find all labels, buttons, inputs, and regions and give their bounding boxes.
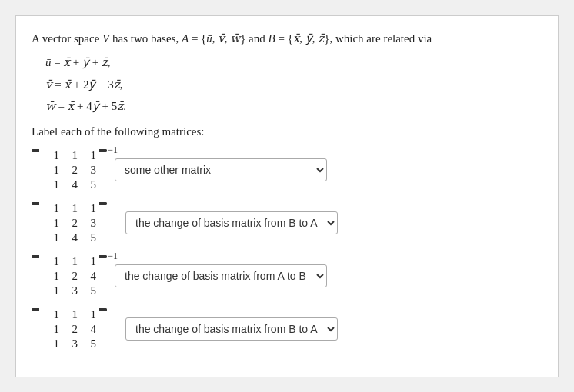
dropdown-2[interactable]: some other matrix the change of basis ma… xyxy=(125,211,338,234)
matrix-2: 111 123 145 xyxy=(32,202,107,244)
label-instruction: Label each of the following matrices: xyxy=(32,125,542,138)
matrix-cells-2: 111 123 145 xyxy=(42,202,96,244)
matrix-cells-4: 111 124 135 xyxy=(42,308,96,350)
matrix-superscript-3: −1 xyxy=(108,251,118,262)
matrix-wrapper-1: 111 123 145 −1 xyxy=(32,149,107,191)
matrix-wrapper-2: 111 123 145 xyxy=(32,202,107,244)
dropdown-3[interactable]: some other matrix the change of basis ma… xyxy=(115,264,327,287)
B-set: B xyxy=(269,32,275,45)
dropdown-1[interactable]: some other matrix the change of basis ma… xyxy=(115,158,327,181)
right-paren-3 xyxy=(99,255,107,258)
right-paren-2 xyxy=(99,202,107,205)
matrix-3: 111 124 135 xyxy=(32,255,107,297)
left-paren-4 xyxy=(32,308,39,311)
equations-block: ū = x̄ + ȳ + z̄, v̄ = x̄ + 2ȳ + 3z̄, w̄ … xyxy=(45,51,542,118)
dropdown-4[interactable]: some other matrix the change of basis ma… xyxy=(125,317,338,341)
left-paren-2 xyxy=(32,202,39,205)
matrix-cells-3: 111 124 135 xyxy=(42,255,96,297)
matrix-4: 111 124 135 xyxy=(32,308,107,350)
matrix-superscript-1: −1 xyxy=(108,145,118,156)
right-paren-1 xyxy=(99,149,107,152)
matrix-wrapper-3: 111 124 135 −1 xyxy=(32,255,107,297)
left-paren-1 xyxy=(32,149,39,152)
right-paren-4 xyxy=(99,308,107,311)
equation-1: ū = x̄ + ȳ + z̄, xyxy=(45,51,542,74)
matrix-cells-1: 111 123 145 xyxy=(42,149,96,191)
equation-3: w̄ = x̄ + 4ȳ + 5z̄. xyxy=(45,95,542,118)
equation-2: v̄ = x̄ + 2ȳ + 3z̄, xyxy=(45,74,542,96)
matrix-row-4: 111 124 135 some other matrix the change… xyxy=(32,308,542,350)
V-variable: V xyxy=(102,32,109,45)
matrix-1: 111 123 145 xyxy=(32,149,107,191)
A-set: A xyxy=(182,32,189,45)
matrix-wrapper-4: 111 124 135 xyxy=(32,308,107,350)
matrix-row-3: 111 124 135 −1 some other matrix the cha… xyxy=(32,255,542,297)
left-paren-3 xyxy=(32,255,39,258)
intro-paragraph: A vector space V has two bases, A = {ū, … xyxy=(32,30,542,48)
matrix-row-2: 111 123 145 some other matrix the change… xyxy=(32,202,542,244)
main-card: A vector space V has two bases, A = {ū, … xyxy=(15,15,559,377)
matrix-row-1: 111 123 145 −1 some other matrix the cha… xyxy=(32,149,542,191)
